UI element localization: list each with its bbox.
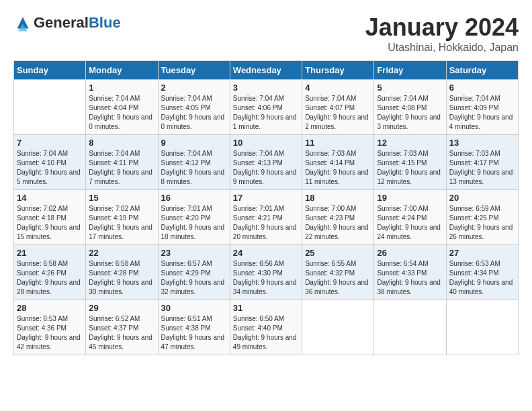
- day-number: 12: [377, 138, 443, 148]
- day-info: Sunrise: 7:00 AMSunset: 4:23 PMDaylight:…: [305, 204, 371, 242]
- day-number: 1: [89, 83, 154, 93]
- calendar-cell: 8Sunrise: 7:04 AMSunset: 4:11 PMDaylight…: [86, 135, 158, 190]
- calendar-cell: 15Sunrise: 7:02 AMSunset: 4:19 PMDayligh…: [86, 190, 158, 245]
- day-number: 29: [89, 303, 154, 313]
- day-info: Sunrise: 7:04 AMSunset: 4:05 PMDaylight:…: [161, 94, 227, 132]
- day-number: 11: [305, 138, 371, 148]
- calendar-cell: 27Sunrise: 6:53 AMSunset: 4:34 PMDayligh…: [446, 245, 518, 300]
- day-info: Sunrise: 7:04 AMSunset: 4:08 PMDaylight:…: [377, 94, 443, 132]
- day-number: 27: [449, 248, 515, 258]
- day-number: 25: [305, 248, 371, 258]
- calendar-cell: 17Sunrise: 7:01 AMSunset: 4:21 PMDayligh…: [230, 190, 302, 245]
- calendar-cell: 10Sunrise: 7:04 AMSunset: 4:13 PMDayligh…: [230, 135, 302, 190]
- day-info: Sunrise: 7:04 AMSunset: 4:09 PMDaylight:…: [449, 94, 515, 132]
- day-info: Sunrise: 7:03 AMSunset: 4:15 PMDaylight:…: [377, 149, 443, 187]
- day-info: Sunrise: 7:02 AMSunset: 4:19 PMDaylight:…: [89, 204, 154, 242]
- day-info: Sunrise: 6:57 AMSunset: 4:29 PMDaylight:…: [161, 259, 227, 297]
- day-number: 2: [161, 83, 227, 93]
- logo-blue: Blue: [89, 14, 121, 31]
- page-header: GeneralBlue January 2024 Utashinai, Hokk…: [13, 13, 519, 54]
- calendar-week-row: 21Sunrise: 6:58 AMSunset: 4:26 PMDayligh…: [14, 245, 519, 300]
- calendar-table: SundayMondayTuesdayWednesdayThursdayFrid…: [13, 60, 519, 355]
- day-number: 10: [233, 138, 299, 148]
- day-number: 21: [17, 248, 83, 258]
- day-info: Sunrise: 7:04 AMSunset: 4:12 PMDaylight:…: [161, 149, 227, 187]
- calendar-cell: 31Sunrise: 6:50 AMSunset: 4:40 PMDayligh…: [230, 300, 302, 355]
- day-info: Sunrise: 7:04 AMSunset: 4:07 PMDaylight:…: [305, 94, 371, 132]
- header-day-friday: Friday: [374, 61, 446, 80]
- calendar-cell: 12Sunrise: 7:03 AMSunset: 4:15 PMDayligh…: [374, 135, 446, 190]
- day-number: 7: [17, 138, 83, 148]
- day-number: 5: [377, 83, 443, 93]
- calendar-cell: 6Sunrise: 7:04 AMSunset: 4:09 PMDaylight…: [446, 80, 518, 135]
- calendar-cell: 14Sunrise: 7:02 AMSunset: 4:18 PMDayligh…: [14, 190, 86, 245]
- day-info: Sunrise: 7:04 AMSunset: 4:13 PMDaylight:…: [233, 149, 299, 187]
- calendar-cell: 5Sunrise: 7:04 AMSunset: 4:08 PMDaylight…: [374, 80, 446, 135]
- header-day-wednesday: Wednesday: [230, 61, 302, 80]
- day-info: Sunrise: 6:58 AMSunset: 4:26 PMDaylight:…: [17, 259, 83, 297]
- title-block: January 2024 Utashinai, Hokkaido, Japan: [365, 13, 519, 54]
- calendar-cell: 20Sunrise: 6:59 AMSunset: 4:25 PMDayligh…: [446, 190, 518, 245]
- calendar-cell: 29Sunrise: 6:52 AMSunset: 4:37 PMDayligh…: [86, 300, 158, 355]
- calendar-cell: 4Sunrise: 7:04 AMSunset: 4:07 PMDaylight…: [302, 80, 374, 135]
- day-number: 18: [305, 193, 371, 203]
- day-number: 9: [161, 138, 227, 148]
- calendar-cell: [446, 300, 518, 355]
- calendar-cell: 9Sunrise: 7:04 AMSunset: 4:12 PMDaylight…: [158, 135, 230, 190]
- day-number: 8: [89, 138, 154, 148]
- header-day-sunday: Sunday: [14, 61, 86, 80]
- day-info: Sunrise: 7:04 AMSunset: 4:04 PMDaylight:…: [89, 94, 154, 132]
- day-info: Sunrise: 7:02 AMSunset: 4:18 PMDaylight:…: [17, 204, 83, 242]
- day-info: Sunrise: 6:53 AMSunset: 4:34 PMDaylight:…: [449, 259, 515, 297]
- day-info: Sunrise: 6:54 AMSunset: 4:33 PMDaylight:…: [377, 259, 443, 297]
- calendar-cell: 23Sunrise: 6:57 AMSunset: 4:29 PMDayligh…: [158, 245, 230, 300]
- header-day-saturday: Saturday: [446, 61, 518, 80]
- day-number: 23: [161, 248, 227, 258]
- calendar-cell: 26Sunrise: 6:54 AMSunset: 4:33 PMDayligh…: [374, 245, 446, 300]
- day-number: 3: [233, 83, 299, 93]
- calendar-cell: 19Sunrise: 7:00 AMSunset: 4:24 PMDayligh…: [374, 190, 446, 245]
- day-number: 16: [161, 193, 227, 203]
- day-info: Sunrise: 6:58 AMSunset: 4:28 PMDaylight:…: [89, 259, 154, 297]
- header-day-tuesday: Tuesday: [158, 61, 230, 80]
- calendar-week-row: 1Sunrise: 7:04 AMSunset: 4:04 PMDaylight…: [14, 80, 519, 135]
- day-number: 26: [377, 248, 443, 258]
- day-number: 22: [89, 248, 154, 258]
- calendar-cell: 24Sunrise: 6:56 AMSunset: 4:30 PMDayligh…: [230, 245, 302, 300]
- calendar-week-row: 14Sunrise: 7:02 AMSunset: 4:18 PMDayligh…: [14, 190, 519, 245]
- day-info: Sunrise: 7:00 AMSunset: 4:24 PMDaylight:…: [377, 204, 443, 242]
- logo-text: GeneralBlue: [34, 15, 121, 30]
- calendar-cell: [374, 300, 446, 355]
- day-info: Sunrise: 7:03 AMSunset: 4:14 PMDaylight:…: [305, 149, 371, 187]
- calendar-cell: 22Sunrise: 6:58 AMSunset: 4:28 PMDayligh…: [86, 245, 158, 300]
- calendar-cell: 30Sunrise: 6:51 AMSunset: 4:38 PMDayligh…: [158, 300, 230, 355]
- day-number: 17: [233, 193, 299, 203]
- day-info: Sunrise: 7:01 AMSunset: 4:20 PMDaylight:…: [161, 204, 227, 242]
- calendar-cell: 7Sunrise: 7:04 AMSunset: 4:10 PMDaylight…: [14, 135, 86, 190]
- calendar-cell: 21Sunrise: 6:58 AMSunset: 4:26 PMDayligh…: [14, 245, 86, 300]
- day-number: 14: [17, 193, 83, 203]
- day-number: 24: [233, 248, 299, 258]
- day-number: 28: [17, 303, 83, 313]
- day-info: Sunrise: 7:03 AMSunset: 4:17 PMDaylight:…: [449, 149, 515, 187]
- calendar-cell: 1Sunrise: 7:04 AMSunset: 4:04 PMDaylight…: [86, 80, 158, 135]
- day-info: Sunrise: 6:50 AMSunset: 4:40 PMDaylight:…: [233, 314, 299, 352]
- calendar-cell: 3Sunrise: 7:04 AMSunset: 4:06 PMDaylight…: [230, 80, 302, 135]
- day-info: Sunrise: 6:51 AMSunset: 4:38 PMDaylight:…: [161, 314, 227, 352]
- calendar-cell: 18Sunrise: 7:00 AMSunset: 4:23 PMDayligh…: [302, 190, 374, 245]
- day-info: Sunrise: 7:04 AMSunset: 4:10 PMDaylight:…: [17, 149, 83, 187]
- calendar-cell: 11Sunrise: 7:03 AMSunset: 4:14 PMDayligh…: [302, 135, 374, 190]
- day-number: 19: [377, 193, 443, 203]
- calendar-week-row: 28Sunrise: 6:53 AMSunset: 4:36 PMDayligh…: [14, 300, 519, 355]
- calendar-cell: 28Sunrise: 6:53 AMSunset: 4:36 PMDayligh…: [14, 300, 86, 355]
- calendar-cell: [14, 80, 86, 135]
- day-number: 13: [449, 138, 515, 148]
- day-info: Sunrise: 7:04 AMSunset: 4:11 PMDaylight:…: [89, 149, 154, 187]
- day-info: Sunrise: 7:04 AMSunset: 4:06 PMDaylight:…: [233, 94, 299, 132]
- calendar-cell: [302, 300, 374, 355]
- day-number: 15: [89, 193, 154, 203]
- day-number: 20: [449, 193, 515, 203]
- day-number: 4: [305, 83, 371, 93]
- day-number: 30: [161, 303, 227, 313]
- day-number: 6: [449, 83, 515, 93]
